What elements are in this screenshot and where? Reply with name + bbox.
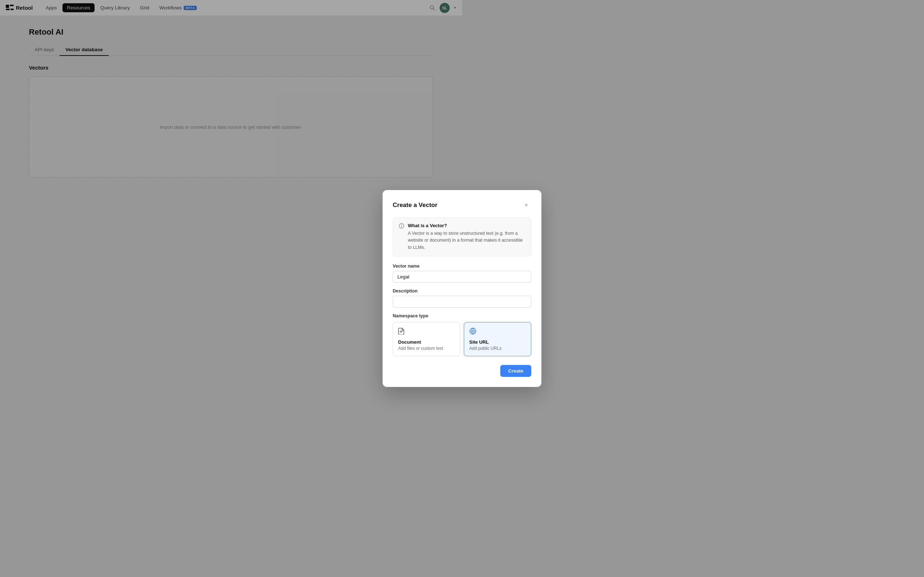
info-description: A Vector is a way to store unstructured … [408, 230, 462, 251]
info-content: What is a Vector? A Vector is a way to s… [408, 223, 462, 251]
modal-title: Create a Vector [393, 201, 438, 209]
info-icon [399, 223, 404, 230]
vector-name-label: Vector name [393, 264, 462, 269]
info-title: What is a Vector? [408, 223, 462, 228]
modal-header: Create a Vector × [393, 200, 462, 210]
svg-point-8 [401, 225, 402, 226]
create-vector-modal: Create a Vector × What is a Vector? A Ve… [383, 190, 462, 288]
modal-overlay: Create a Vector × What is a Vector? A Ve… [0, 0, 462, 288]
vector-name-input[interactable] [393, 271, 462, 283]
vector-name-group: Vector name [393, 264, 462, 283]
info-box: What is a Vector? A Vector is a way to s… [393, 218, 462, 256]
